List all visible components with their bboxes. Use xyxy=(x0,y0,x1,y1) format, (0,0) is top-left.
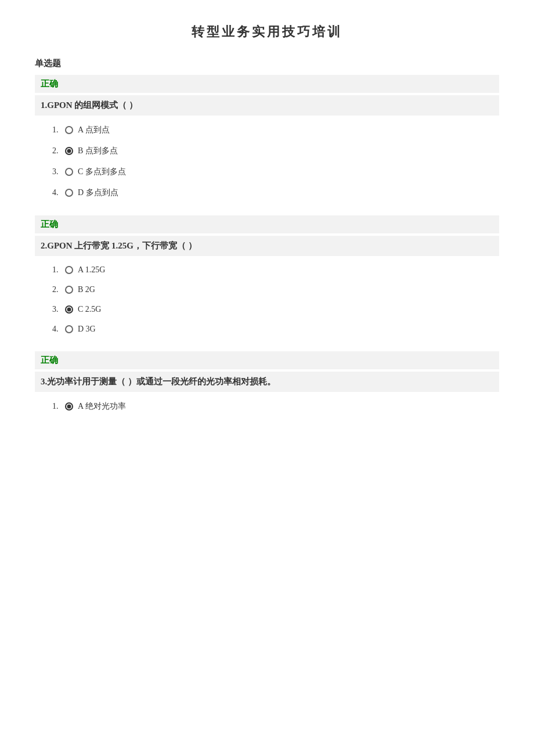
question-block-2: 正确 2.GPON 上行带宽 1.25G，下行带宽（ ） 1. A 1.25G … xyxy=(35,215,499,334)
status-correct-q3: 正确 xyxy=(41,355,58,365)
option-num-q2-2: 2. xyxy=(52,285,65,294)
option-num-q3-1: 1. xyxy=(52,402,65,411)
radio-q2-3[interactable] xyxy=(65,305,73,314)
option-num-q1-4: 4. xyxy=(52,188,65,197)
option-text-q2-4: D 3G xyxy=(78,325,96,334)
options-list-q3: 1. A 绝对光功率 xyxy=(35,401,499,412)
option-num-q2-4: 4. xyxy=(52,325,65,334)
option-q2-3[interactable]: 3. C 2.5G xyxy=(52,305,499,314)
option-num-q2-1: 1. xyxy=(52,265,65,275)
status-bar-q1: 正确 xyxy=(35,75,499,93)
question-text-q2: 2.GPON 上行带宽 1.25G，下行带宽（ ） xyxy=(35,236,499,256)
option-q2-2[interactable]: 2. B 2G xyxy=(52,285,499,294)
option-text-q1-4: D 多点到点 xyxy=(78,188,118,198)
radio-q2-2[interactable] xyxy=(65,286,73,294)
option-q1-3[interactable]: 3. C 多点到多点 xyxy=(52,167,499,177)
option-q3-1[interactable]: 1. A 绝对光功率 xyxy=(52,401,499,412)
question-block-1: 正确 1.GPON 的组网模式（ ） 1. A 点到点 2. B 点到多点 3.… xyxy=(35,75,499,198)
radio-q1-1[interactable] xyxy=(65,126,73,134)
question-block-3: 正确 3.光功率计用于测量（ ）或通过一段光纤的光功率相对损耗。 1. A 绝对… xyxy=(35,351,499,412)
option-num-q1-3: 3. xyxy=(52,167,65,177)
option-q1-4[interactable]: 4. D 多点到点 xyxy=(52,188,499,198)
question-text-q3: 3.光功率计用于测量（ ）或通过一段光纤的光功率相对损耗。 xyxy=(35,372,499,392)
option-text-q1-2: B 点到多点 xyxy=(78,146,118,156)
option-q1-1[interactable]: 1. A 点到点 xyxy=(52,125,499,135)
option-text-q1-3: C 多点到多点 xyxy=(78,167,126,177)
option-text-q2-1: A 1.25G xyxy=(78,265,105,275)
radio-q1-2[interactable] xyxy=(65,147,73,155)
radio-q1-4[interactable] xyxy=(65,189,73,197)
option-text-q1-1: A 点到点 xyxy=(78,125,110,135)
status-bar-q2: 正确 xyxy=(35,215,499,233)
option-text-q2-2: B 2G xyxy=(78,285,95,294)
status-correct-q1: 正确 xyxy=(41,79,58,88)
radio-q2-1[interactable] xyxy=(65,266,73,274)
section-label: 单选题 xyxy=(35,58,499,69)
option-num-q2-3: 3. xyxy=(52,305,65,314)
question-label-q2: 2.GPON 上行带宽 1.25G，下行带宽（ ） xyxy=(41,241,197,250)
option-q1-2[interactable]: 2. B 点到多点 xyxy=(52,146,499,156)
radio-q2-4[interactable] xyxy=(65,325,73,333)
question-label-q1: 1.GPON 的组网模式（ ） xyxy=(41,100,138,110)
status-correct-q2: 正确 xyxy=(41,219,58,229)
status-bar-q3: 正确 xyxy=(35,351,499,369)
page-title: 转型业务实用技巧培训 xyxy=(35,23,499,41)
question-text-q1: 1.GPON 的组网模式（ ） xyxy=(35,95,499,116)
option-num-q1-1: 1. xyxy=(52,125,65,135)
option-text-q2-3: C 2.5G xyxy=(78,305,101,314)
radio-q1-3[interactable] xyxy=(65,168,73,176)
option-num-q1-2: 2. xyxy=(52,146,65,156)
options-list-q2: 1. A 1.25G 2. B 2G 3. C 2.5G 4. D 3G xyxy=(35,265,499,334)
option-q2-1[interactable]: 1. A 1.25G xyxy=(52,265,499,275)
question-label-q3: 3.光功率计用于测量（ ）或通过一段光纤的光功率相对损耗。 xyxy=(41,377,276,386)
option-q2-4[interactable]: 4. D 3G xyxy=(52,325,499,334)
option-text-q3-1: A 绝对光功率 xyxy=(78,401,126,412)
radio-q3-1[interactable] xyxy=(65,402,73,411)
options-list-q1: 1. A 点到点 2. B 点到多点 3. C 多点到多点 4. D 多点到点 xyxy=(35,125,499,198)
